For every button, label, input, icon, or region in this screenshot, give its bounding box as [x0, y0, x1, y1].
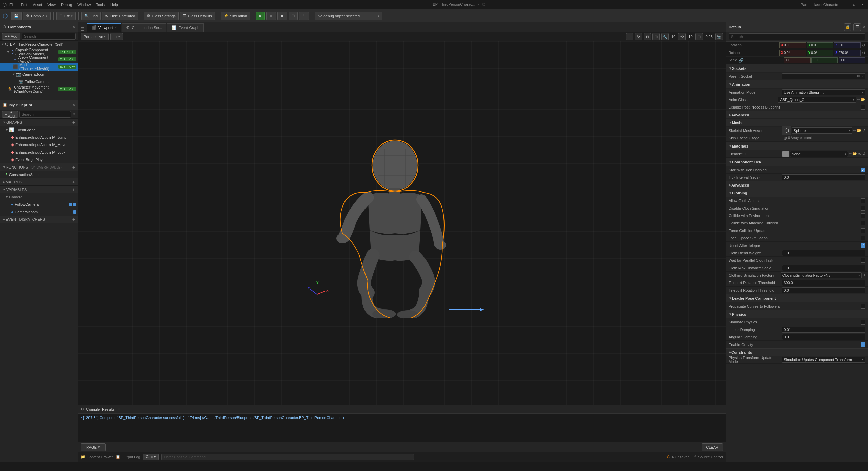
- vp-snap-btn[interactable]: 🔧: [661, 33, 669, 40]
- pause-button[interactable]: ⏸: [266, 12, 276, 20]
- tree-arrow-comp[interactable]: → Arrow Component (Arrow) Edit in C++: [0, 56, 78, 63]
- tree-camera-boom[interactable]: ▼ 📷 CameraBoom: [0, 71, 78, 78]
- scale-y[interactable]: 1.0: [811, 57, 838, 63]
- tree-var-follow-camera[interactable]: ● FollowCamera: [0, 201, 78, 208]
- skin-cache-add-icon[interactable]: ⊕: [783, 135, 787, 141]
- reset-teleport-checkbox[interactable]: [861, 243, 865, 248]
- components-search-input[interactable]: [22, 33, 76, 40]
- mesh-browse-icon[interactable]: 📂: [857, 128, 862, 133]
- animation-header[interactable]: ▼ Animation: [726, 80, 868, 89]
- enable-gravity-checkbox[interactable]: [861, 342, 865, 347]
- angular-damp-value[interactable]: 0.0: [782, 334, 865, 340]
- blueprint-settings-icon[interactable]: ⚙: [72, 112, 76, 116]
- anim-class-edit-icon[interactable]: ✏: [857, 97, 860, 102]
- viewport-menu-icon[interactable]: ☰: [78, 27, 87, 32]
- tree-mesh[interactable]: ⬛ Mesh (CharacterMesh0) Edit in C++: [0, 63, 78, 71]
- tick-interval-value[interactable]: 0.0: [782, 174, 865, 180]
- disable-post-checkbox[interactable]: [861, 105, 865, 110]
- anim-mode-dropdown[interactable]: Use Animation Blueprint ▾: [782, 89, 865, 95]
- tree-ia-jump[interactable]: ◆ EnhancedInputAction IA_Jump: [0, 134, 78, 141]
- menu-file[interactable]: File: [9, 3, 16, 7]
- component-tick-header[interactable]: ▼ Component Tick: [726, 158, 868, 166]
- physics-transform-dropdown[interactable]: Simulation Upates Component Transform ▾: [782, 357, 865, 363]
- vp-scale-btn[interactable]: ⊡: [644, 33, 651, 40]
- perspective-button[interactable]: Perspective ▾: [81, 33, 109, 40]
- disable-cloth-checkbox[interactable]: [861, 206, 865, 211]
- tree-var-camera-boom[interactable]: ● CameraBoom: [0, 208, 78, 216]
- collide-attached-checkbox[interactable]: [861, 221, 865, 225]
- force-collision-checkbox[interactable]: [861, 228, 865, 233]
- element0-browse-icon[interactable]: 📂: [852, 152, 857, 156]
- diff-button[interactable]: ⊞ Diff ▾: [56, 12, 75, 20]
- loc-z[interactable]: Z0.0: [834, 42, 861, 48]
- viewport-3d[interactable]: X Y Z: [78, 41, 726, 405]
- menu-tools[interactable]: Tools: [96, 3, 105, 7]
- components-add-button[interactable]: + + Add: [2, 33, 20, 40]
- parent-socket-value[interactable]: ✏ ×: [782, 73, 865, 79]
- vp-rotate-btn[interactable]: ↻: [635, 33, 642, 40]
- compiler-close-btn[interactable]: ×: [118, 407, 120, 411]
- tab-construction-script[interactable]: ⚙ Construction Scr...: [122, 23, 166, 32]
- menu-view[interactable]: View: [47, 3, 56, 7]
- output-log-button[interactable]: 📋 Output Log: [116, 455, 140, 459]
- tree-construction[interactable]: ƒ ConstructionScript: [0, 171, 78, 178]
- element0-edit-icon[interactable]: ✏: [849, 152, 852, 156]
- close-button[interactable]: ×: [860, 2, 865, 7]
- start-tick-checkbox[interactable]: [861, 168, 865, 172]
- dispatchers-add[interactable]: +: [72, 217, 75, 222]
- variables-add[interactable]: +: [72, 187, 75, 192]
- minimize-button[interactable]: –: [844, 2, 849, 7]
- clear-button[interactable]: CLEAR: [702, 443, 723, 451]
- sockets-header[interactable]: ▼ Sockets: [726, 64, 868, 73]
- section-variables[interactable]: ▼ VARIABLES +: [0, 186, 78, 193]
- maximize-button[interactable]: □: [852, 2, 857, 7]
- rotation-reset-icon[interactable]: ↺: [862, 51, 865, 55]
- menu-window[interactable]: Window: [77, 3, 91, 7]
- section-macros[interactable]: ▶ MACROS +: [0, 178, 78, 186]
- simulation-button[interactable]: ⚡ Simulation: [221, 12, 250, 20]
- physics-header[interactable]: ▼ Physics: [726, 310, 868, 318]
- cloth-factory-reset-icon[interactable]: ↺: [862, 273, 865, 277]
- constraints-header[interactable]: ▶ Constraints: [726, 349, 868, 356]
- loc-y[interactable]: Y0.0: [807, 42, 833, 48]
- advanced-header-2[interactable]: ▶ Advanced: [726, 181, 868, 189]
- blueprint-panel-close[interactable]: ×: [73, 103, 75, 107]
- leader-pose-header[interactable]: ▼ Leader Pose Component: [726, 294, 868, 302]
- rot-z[interactable]: Z270.0°: [834, 50, 861, 56]
- details-lock-btn[interactable]: 🔒: [844, 23, 851, 31]
- unsaved-indicator[interactable]: ⬡ 4 Unsaved: [667, 455, 690, 459]
- viewport-tab-close[interactable]: ×: [115, 26, 117, 30]
- details-filter-btn[interactable]: ☰: [853, 23, 861, 31]
- collide-env-checkbox[interactable]: [861, 213, 865, 218]
- advanced-header-1[interactable]: ▶ Advanced: [726, 111, 868, 119]
- tree-event-graph[interactable]: ▼ 📊 EventGraph: [0, 126, 78, 134]
- console-input[interactable]: [161, 454, 414, 460]
- location-reset-icon[interactable]: ↺: [862, 43, 865, 48]
- class-defaults-button[interactable]: ☰ Class Defaults: [180, 12, 215, 20]
- blueprint-add-button[interactable]: + + Add: [2, 111, 18, 118]
- tree-root[interactable]: ▼ ⬡ BP_ThirdPersonCharacter (Self): [0, 41, 78, 48]
- menu-edit[interactable]: Edit: [21, 3, 27, 7]
- tree-begin-play[interactable]: ◆ Event BeginPlay: [0, 156, 78, 163]
- section-functions[interactable]: ▼ FUNCTIONS (34 OVERRIDABLE) +: [0, 163, 78, 171]
- eject-button[interactable]: ⊡: [289, 12, 298, 20]
- menu-asset[interactable]: Asset: [33, 3, 42, 7]
- more-play-options[interactable]: ⋮: [299, 12, 309, 20]
- mesh-reset-icon[interactable]: ↺: [862, 128, 865, 133]
- details-close-btn[interactable]: ×: [863, 25, 865, 30]
- find-button[interactable]: 🔍 Find: [81, 12, 101, 20]
- blueprint-search-input[interactable]: [19, 111, 71, 118]
- source-control-button[interactable]: ⎇ Source Control: [692, 455, 723, 459]
- tree-follow-camera[interactable]: 📷 FollowCamera: [0, 78, 78, 85]
- propagate-checkbox[interactable]: [861, 304, 865, 309]
- macros-add[interactable]: +: [72, 179, 75, 185]
- details-search-input[interactable]: [729, 33, 865, 40]
- rot-y[interactable]: Y0.0°: [807, 50, 833, 56]
- save-button[interactable]: 💾: [11, 12, 22, 20]
- socket-clear-icon[interactable]: ×: [862, 74, 864, 78]
- anim-class-dropdown[interactable]: ABP_Quinn_C ▾: [778, 97, 856, 103]
- scale-z[interactable]: 1.0: [839, 57, 865, 63]
- teleport-rot-value[interactable]: 0.0: [782, 287, 865, 293]
- cloth-max-value[interactable]: 1.0: [782, 265, 865, 271]
- play-button[interactable]: ▶: [256, 12, 265, 20]
